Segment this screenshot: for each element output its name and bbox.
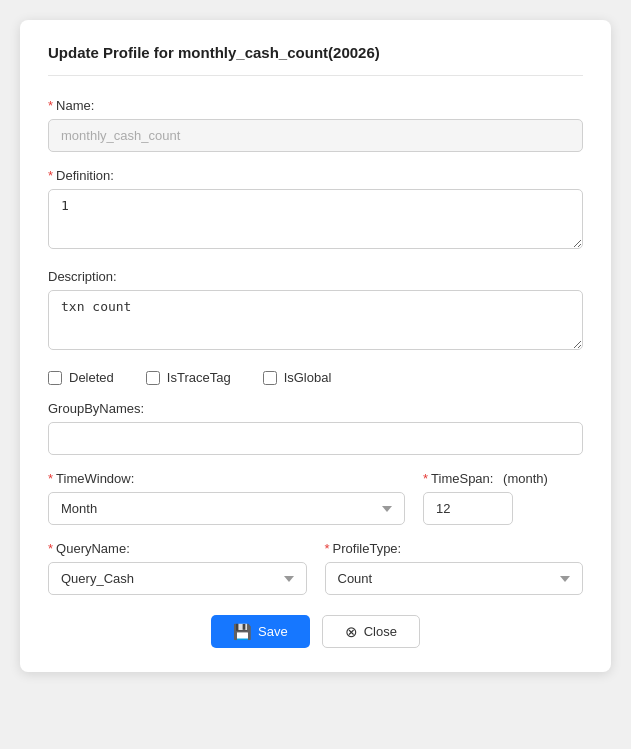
group-by-names-input[interactable] bbox=[48, 422, 583, 455]
time-row: * TimeWindow: Month Week Day Hour * Time… bbox=[48, 471, 583, 525]
description-group: Description: bbox=[48, 269, 583, 354]
qn-required-star: * bbox=[48, 541, 53, 556]
name-group: * Name: bbox=[48, 98, 583, 152]
close-icon: ⊗ bbox=[345, 624, 358, 639]
close-button[interactable]: ⊗ Close bbox=[322, 615, 420, 648]
modal-container: Update Profile for monthly_cash_count(20… bbox=[20, 20, 611, 672]
profile-type-select[interactable]: Count Sum Average bbox=[325, 562, 584, 595]
checkbox-row: Deleted IsTraceTag IsGlobal bbox=[48, 370, 583, 385]
button-row: 💾 Save ⊗ Close bbox=[48, 615, 583, 648]
name-required-star: * bbox=[48, 98, 53, 113]
group-by-names-label: GroupByNames: bbox=[48, 401, 583, 416]
time-span-group: * TimeSpan: (month) bbox=[423, 471, 583, 525]
is-global-checkbox-label[interactable]: IsGlobal bbox=[263, 370, 332, 385]
description-label: Description: bbox=[48, 269, 583, 284]
pt-required-star: * bbox=[325, 541, 330, 556]
time-window-group: * TimeWindow: Month Week Day Hour bbox=[48, 471, 405, 525]
save-icon: 💾 bbox=[233, 624, 252, 639]
definition-group: * Definition: bbox=[48, 168, 583, 253]
description-input[interactable] bbox=[48, 290, 583, 350]
definition-required-star: * bbox=[48, 168, 53, 183]
deleted-checkbox[interactable] bbox=[48, 371, 62, 385]
time-window-label: * TimeWindow: bbox=[48, 471, 405, 486]
deleted-checkbox-label[interactable]: Deleted bbox=[48, 370, 114, 385]
query-name-select[interactable]: Query_Cash Query_Other bbox=[48, 562, 307, 595]
ts-required-star: * bbox=[423, 471, 428, 486]
definition-input[interactable] bbox=[48, 189, 583, 249]
tw-required-star: * bbox=[48, 471, 53, 486]
name-input[interactable] bbox=[48, 119, 583, 152]
modal-title: Update Profile for monthly_cash_count(20… bbox=[48, 44, 583, 76]
is-trace-tag-checkbox[interactable] bbox=[146, 371, 160, 385]
is-trace-tag-checkbox-label[interactable]: IsTraceTag bbox=[146, 370, 231, 385]
profile-type-label: * ProfileType: bbox=[325, 541, 584, 556]
query-name-group: * QueryName: Query_Cash Query_Other bbox=[48, 541, 307, 595]
definition-label: * Definition: bbox=[48, 168, 583, 183]
is-global-checkbox[interactable] bbox=[263, 371, 277, 385]
time-span-input[interactable] bbox=[423, 492, 513, 525]
time-window-select[interactable]: Month Week Day Hour bbox=[48, 492, 405, 525]
profile-type-group: * ProfileType: Count Sum Average bbox=[325, 541, 584, 595]
query-name-label: * QueryName: bbox=[48, 541, 307, 556]
group-by-names-group: GroupByNames: bbox=[48, 401, 583, 455]
time-span-label: * TimeSpan: (month) bbox=[423, 471, 583, 486]
name-label: * Name: bbox=[48, 98, 583, 113]
save-button[interactable]: 💾 Save bbox=[211, 615, 310, 648]
query-profile-row: * QueryName: Query_Cash Query_Other * Pr… bbox=[48, 541, 583, 595]
